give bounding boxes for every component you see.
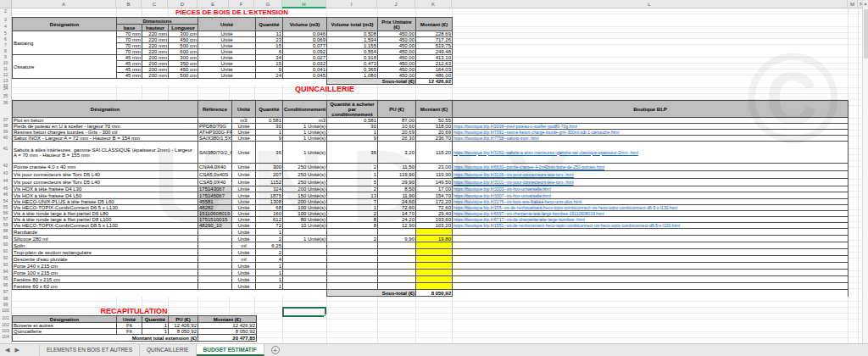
boutique-link[interactable]: https://boutique.blp.fr/2176--vis-bois-t… [453,199,581,204]
cell-pu[interactable]: 8 050,92 [169,329,198,335]
cell-montant[interactable]: 717,26 [416,37,453,43]
cell-conditionnement[interactable]: 100 Unité(s) [283,205,327,211]
cell-montant[interactable]: 249,48 [416,49,453,55]
cell-unite[interactable]: Unité [198,37,256,43]
cell-quantite[interactable]: 1875 [256,192,283,199]
row-number-46[interactable]: 46 [0,192,11,197]
cell-reference[interactable]: CNA4,0X40 [198,164,232,171]
cell-designation[interactable]: Pieds de poteau en U à sceller - largeur… [13,124,198,130]
cell-montant[interactable]: 318,00 [416,124,453,130]
cell-volume_total[interactable]: 0,508 [327,31,378,37]
cell-designation[interactable]: Vis à tête ronde large à filet partiel D… [13,211,198,217]
cell-pu[interactable]: 3,20 [378,142,416,164]
cell-designation[interactable]: Trop-plein de section rectangulaire [13,249,198,256]
cell-unite[interactable]: Unité [232,217,256,223]
cell-conditionnement[interactable]: 200 Unité(s) [283,199,327,205]
row-number-40[interactable]: 40 [0,135,11,140]
cell-designation[interactable]: Porte 100 x 215 cm [13,270,198,276]
cell-designation[interactable]: Solin [13,242,198,249]
boutique-link[interactable]: https://boutique.blp.fr/7391--resine-bet… [453,130,619,135]
cell-montant[interactable]: 212,63 [416,61,453,67]
row-number-45[interactable]: 45 [0,186,11,191]
row-number-34[interactable]: 34 [0,86,11,91]
cell-longueur[interactable]: 350 cm [169,61,198,67]
cell-reference[interactable]: CSA5,0X40 [198,179,232,186]
cell-quantite[interactable]: 1152 [256,179,283,186]
cell-hauteur[interactable]: 220 mm [142,31,169,37]
cell-quantite[interactable]: 11 [256,31,283,37]
cell-conditionnement[interactable]: 80 Unité(s) [283,217,327,223]
cell-unite[interactable]: Fft [117,329,142,335]
cell-designation[interactable]: Descente d'eau pluviale [13,256,198,263]
cell-unite[interactable]: Unité [232,223,256,229]
cell-designation[interactable]: Plot en béton [13,118,198,124]
cell-hauteur[interactable]: 200 mm [142,73,169,79]
cell-montant[interactable] [416,270,453,276]
cell-reference[interactable] [198,276,232,283]
cell-quantite[interactable]: 15 [256,43,283,49]
cell-pu[interactable]: 24,20 [378,217,416,223]
cell-reference[interactable]: SAIX380/1,5X [198,136,232,142]
cell-volume_total[interactable]: 1,080 [327,73,378,79]
cell-designation[interactable]: Boiserie et autres [13,323,117,329]
cell-reference[interactable]: 175145067 [198,192,232,199]
row-number-103[interactable]: 103 [0,328,11,333]
cell-pu[interactable]: 450,00 [378,37,416,43]
cell-pu[interactable]: 450,00 [378,67,416,73]
cell-montant[interactable]: 193,60 [416,217,453,223]
cell-unite[interactable]: Unité [198,67,256,73]
cell-qte-achat[interactable]: 7 [327,199,378,205]
cell-pu[interactable]: 9,90 [378,236,416,242]
sheet-tab-quincaillerie[interactable]: QUINCAILLERIE [140,344,197,356]
cell-base[interactable]: 70 mm [117,43,142,49]
column-header-D[interactable]: D [168,0,198,8]
scroll-up-icon[interactable]: ▲ [863,0,868,8]
cell-conditionnement[interactable]: 150 Unité(s) [283,192,327,199]
cell-qte-achat[interactable]: 9 [327,136,378,142]
column-header-B[interactable]: B [116,0,142,8]
boutique-link[interactable]: https://boutique.blp.fr/6557--vis-charpe… [453,211,604,216]
cell-montant[interactable]: 413,10 [416,55,453,61]
cell-reference[interactable]: PPD80/70G [198,124,232,130]
column-header-F[interactable]: F [229,0,254,8]
cell-designation[interactable]: Vis pour connecteurs tête Torx D5 L40 [13,171,198,179]
cell-montant[interactable]: 519,75 [416,43,453,49]
row-number-104[interactable]: 104 [0,334,11,339]
cell-quantite[interactable]: 1 [142,329,169,335]
row-number-5[interactable]: 5 [0,31,11,36]
row-number-88[interactable]: 88 [0,228,11,233]
cell-quantite[interactable]: 2 [256,249,283,256]
cell-pu[interactable]: 11,50 [378,164,416,171]
cell-quantite[interactable]: 6 [256,49,283,55]
row-number-39[interactable]: 39 [0,129,11,134]
cell-qte-achat[interactable]: 1 [327,171,378,179]
cell-conditionnement[interactable]: 1 Unité(s) [283,142,327,164]
cell-conditionnement[interactable]: 200 Unité(s) [283,186,327,192]
row-number-44[interactable]: 44 [0,178,11,183]
cell-unite[interactable]: Unité [232,211,256,217]
row-number-6[interactable]: 6 [0,36,11,42]
cell-conditionnement[interactable]: 250 Unité(s) [283,164,327,171]
cell-reference[interactable] [198,249,232,256]
cell-volume[interactable]: 0,046 [283,31,327,37]
cell-montant[interactable] [416,256,453,263]
cell-unite[interactable]: Unité [198,43,256,49]
cell-montant[interactable]: 50,55 [416,118,453,124]
cell-designation[interactable]: Vis HECO-TOPIX-CombiConnect D8.5 x L100 [13,223,198,229]
cell-volume_total[interactable]: 0,918 [327,55,378,61]
cell-montant[interactable]: 12 426,92 [198,323,257,329]
cell-unite[interactable]: Fft [117,323,142,329]
row-number-97[interactable]: 97 [0,289,11,294]
cell-montant[interactable]: 172,20 [416,199,453,205]
cell-volume_total[interactable]: 0,365 [327,67,378,73]
column-header-I[interactable]: I [326,0,377,8]
cell-qte-achat[interactable] [327,270,378,276]
cell-conditionnement[interactable]: m3 [283,118,327,124]
cell-unite[interactable]: Unité [232,186,256,192]
cell-designation[interactable]: Vis HOX à tête fraisée D4 L50 [13,192,198,199]
cell-unite[interactable]: ml [232,242,256,249]
cell-designation[interactable]: Vis à tête ronde large à filet partiel D… [13,217,198,223]
column-header-E[interactable]: E [198,0,229,8]
cell-volume[interactable]: 0,092 [283,49,327,55]
cell-quantite[interactable]: 6,25 [256,242,283,249]
